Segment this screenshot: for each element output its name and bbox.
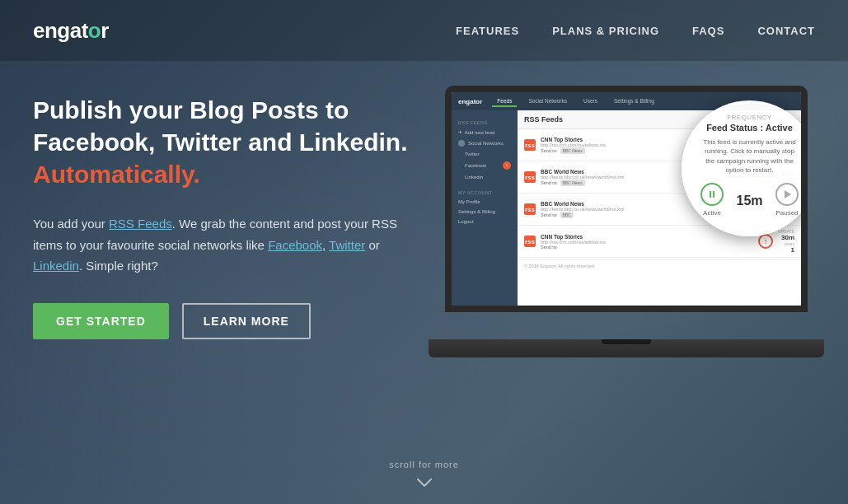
headline-text: Publish your Blog Posts to Facebook, Twi…: [33, 96, 408, 156]
app-tabs: Feeds Social Networks Users Settings & B…: [492, 96, 658, 107]
logo-o: o: [88, 18, 101, 43]
feed-info-4: CNN Top Stories http://rss.cnn.com/rss/e…: [541, 234, 753, 250]
desc-sep-1: ,: [322, 238, 329, 252]
cta-buttons: GET STARTED LEARN MORE: [33, 303, 412, 339]
navbar: engator FEATURES PLANS & PRICING FAQs CO…: [0, 0, 848, 61]
active-label: Active: [703, 209, 721, 217]
desc-end: . Simple right?: [79, 259, 158, 273]
scroll-text: scroll for more: [389, 460, 459, 469]
logo[interactable]: engator: [33, 18, 109, 44]
twitter-link[interactable]: Twitter: [329, 238, 365, 252]
sidebar-item-linkedin[interactable]: Linkedin: [452, 172, 518, 182]
nav-contact[interactable]: CONTACT: [757, 25, 815, 37]
sidebar-item-profile[interactable]: My Profile: [452, 197, 518, 207]
sidebar-item-billing[interactable]: Settings & Billing: [452, 207, 518, 217]
plus-icon: +: [458, 128, 462, 136]
freq-info-4: UPDATE 30m posts 1: [778, 229, 794, 254]
headline: Publish your Blog Posts to Facebook, Twi…: [33, 94, 412, 190]
app-footer: © 2014 Engator. All rights reserved.: [518, 259, 801, 272]
feed-badge-bbc-2: BBC News: [560, 180, 585, 186]
linkedin-link[interactable]: Linkedin: [33, 259, 79, 273]
popup-description: This feed is currently active and runnin…: [700, 138, 799, 175]
feed-status-popup: FREQUENCY Feed Status : Active This feed…: [682, 100, 808, 236]
popup-freq-label-top: FREQUENCY: [727, 114, 772, 121]
sidebar-item-twitter[interactable]: Twitter: [452, 149, 518, 159]
app-tab-users[interactable]: Users: [579, 96, 602, 107]
popup-frequency-value: 15m: [736, 194, 762, 208]
facebook-link[interactable]: Facebook: [268, 238, 322, 252]
logo-text-suffix: r: [101, 18, 109, 43]
learn-more-button[interactable]: LEARN MORE: [182, 303, 311, 339]
sidebar-rss-heading: RSS Feeds: [452, 117, 518, 127]
add-feed-label: Add new feed: [465, 130, 495, 135]
feed-name-4: CNN Top Stories: [541, 234, 753, 240]
error-icon: !: [765, 239, 766, 245]
popup-active-item: Active: [700, 183, 724, 217]
send-to-label-4: Send to:: [541, 245, 558, 250]
send-to-label-3: Send to:: [541, 212, 558, 217]
get-started-button[interactable]: GET STARTED: [33, 303, 169, 339]
logout-label: Logout: [458, 219, 473, 224]
bar-left: [710, 191, 711, 198]
sidebar-item-logout[interactable]: Logout: [452, 217, 518, 226]
scroll-section: scroll for more: [0, 460, 848, 491]
main-content: Publish your Blog Posts to Facebook, Twi…: [0, 61, 848, 357]
update-value-4: 30m: [778, 234, 794, 241]
feed-icon-1: rss: [524, 139, 536, 151]
popup-paused-icon[interactable]: [775, 183, 799, 206]
popup-freq-section: 15m: [736, 183, 762, 217]
feed-icon-2: rss: [524, 171, 536, 183]
popup-title: Feed Status : Active: [706, 123, 793, 133]
app-tab-settings[interactable]: Settings & Billing: [609, 96, 659, 107]
feed-send-4: Send to:: [541, 245, 753, 250]
laptop-base: [429, 339, 824, 357]
facebook-label: Facebook: [465, 163, 486, 168]
app-tab-feeds[interactable]: Feeds: [492, 96, 517, 107]
twitter-label: Twitter: [465, 152, 480, 156]
laptop-screen: engator Feeds Social Networks Users Sett…: [445, 86, 808, 312]
send-to-label-2: Send to:: [541, 180, 558, 185]
feed-badge-bbc-3: BBC: [560, 212, 574, 218]
chevron-down-icon: [416, 478, 433, 488]
logo-text-prefix: engat: [33, 18, 88, 43]
nav-links: FEATURES PLANS & PRICING FAQs CONTACT: [456, 25, 815, 37]
popup-status-row: Active 15m Paused: [700, 183, 799, 217]
paused-label: Paused: [775, 209, 798, 217]
app-logo: engator: [458, 98, 482, 105]
facebook-badge: !: [503, 161, 511, 170]
left-column: Publish your Blog Posts to Facebook, Twi…: [33, 86, 412, 339]
send-to-label-1: Send to:: [541, 148, 558, 153]
sidebar-item-facebook[interactable]: Facebook !: [452, 159, 518, 172]
description: You add your RSS Feeds. We grab the cont…: [33, 213, 412, 277]
laptop-mockup: engator Feeds Social Networks Users Sett…: [429, 86, 824, 357]
feed-icon-3: rss: [524, 203, 536, 215]
status-error-4[interactable]: !: [758, 234, 773, 249]
sidebar-item-social[interactable]: Social Networks: [452, 138, 518, 149]
add-feed-button[interactable]: + Add new feed: [452, 127, 518, 138]
profile-label: My Profile: [458, 199, 480, 204]
app-tab-social[interactable]: Social Networks: [523, 96, 572, 107]
paused-play-icon: [785, 190, 791, 198]
desc-sep-2: or: [365, 238, 380, 252]
feed-badge-bbc-1: BBC News: [560, 147, 585, 154]
social-icon: [458, 140, 465, 147]
nav-plans-pricing[interactable]: PLANS & PRICING: [552, 25, 659, 37]
rss-feeds-link[interactable]: RSS Feeds: [109, 217, 172, 231]
posts-value-4: 1: [778, 246, 794, 254]
linkedin-sidebar-label: Linkedin: [465, 175, 483, 180]
nav-faqs[interactable]: FAQs: [692, 25, 724, 37]
bar-right: [713, 191, 714, 198]
sidebar-account-heading: My Account: [452, 187, 518, 197]
sidebar-social-label: Social Networks: [468, 141, 504, 146]
app-sidebar: RSS Feeds + Add new feed Social Networks…: [452, 110, 518, 306]
desc-text-1: You add your: [33, 217, 109, 231]
popup-paused-item: Paused: [775, 183, 799, 217]
active-pause-bars: [710, 191, 714, 198]
nav-features[interactable]: FEATURES: [456, 25, 519, 37]
right-column: engator Feeds Social Networks Users Sett…: [429, 86, 824, 357]
billing-label: Settings & Billing: [458, 209, 495, 214]
popup-active-icon[interactable]: [700, 183, 724, 206]
headline-auto: Automatically.: [33, 161, 200, 188]
scroll-chevron[interactable]: [416, 474, 433, 491]
feed-icon-4: rss: [524, 236, 536, 247]
